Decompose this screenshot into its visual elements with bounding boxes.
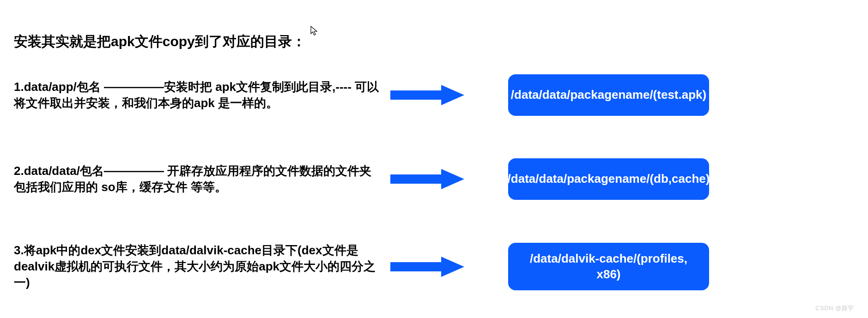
svg-marker-0 xyxy=(390,85,464,105)
arrow-right-icon xyxy=(390,168,464,191)
watermark: CSDN @路宇 xyxy=(815,304,854,312)
box-1: /data/data/packagename/(test.apk) xyxy=(508,74,709,116)
row-3: 3.将apk中的dex文件安装到data/dalvik-cache目录下(dex… xyxy=(14,242,854,291)
row-2: 2.data/data/包名————— 开辟存放应用程序的文件数据的文件夹包括我… xyxy=(14,158,854,200)
box-3: /data/dalvik-cache/(profiles, x86) xyxy=(508,243,709,291)
row-3-text: 3.将apk中的dex文件安装到data/dalvik-cache目录下(dex… xyxy=(14,242,383,291)
arrow-3 xyxy=(383,255,471,278)
arrow-1 xyxy=(383,84,471,107)
arrow-2 xyxy=(383,168,471,191)
svg-marker-1 xyxy=(390,169,464,189)
box-2: /data/data/packagename/(db,cache) xyxy=(508,158,709,200)
svg-marker-2 xyxy=(390,257,464,277)
arrow-right-icon xyxy=(390,255,464,278)
diagram-content: 安装其实就是把apk文件copy到了对应的目录： 1.data/app/包名 —… xyxy=(0,0,868,291)
row-2-text: 2.data/data/包名————— 开辟存放应用程序的文件数据的文件夹包括我… xyxy=(14,163,383,195)
arrow-right-icon xyxy=(390,84,464,107)
row-1: 1.data/app/包名 —————安装时把 apk文件复制到此目录,----… xyxy=(14,74,854,116)
heading: 安装其实就是把apk文件copy到了对应的目录： xyxy=(14,32,854,51)
row-1-text: 1.data/app/包名 —————安装时把 apk文件复制到此目录,----… xyxy=(14,79,383,111)
